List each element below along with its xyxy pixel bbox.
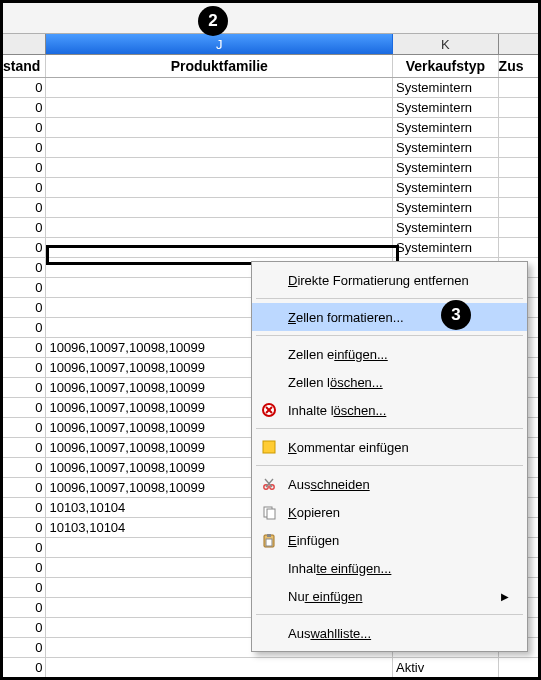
svg-rect-9: [267, 509, 275, 519]
menu-remove-direct-formatting[interactable]: Direkte Formatierung entfernen: [252, 266, 527, 294]
table-row: 0Systemintern: [3, 178, 538, 198]
cell-stand[interactable]: 0: [3, 318, 46, 337]
cell-stand[interactable]: 0: [3, 558, 46, 577]
colhdr-l[interactable]: [499, 34, 538, 54]
cell-stand[interactable]: 0: [3, 198, 46, 217]
cell-verkaufstyp[interactable]: Systemintern: [393, 178, 498, 197]
menu-paste-only[interactable]: Nur einfügen ▶: [252, 582, 527, 610]
cell-stand[interactable]: 0: [3, 538, 46, 557]
cell-stand[interactable]: 0: [3, 478, 46, 497]
menu-delete-contents[interactable]: Inhalte löschen...: [252, 396, 527, 424]
header-produktfamilie[interactable]: Produktfamilie: [46, 55, 393, 77]
cell-stand[interactable]: 0: [3, 78, 46, 97]
table-row: 0Systemintern: [3, 198, 538, 218]
cell-stand[interactable]: 0: [3, 358, 46, 377]
menu-label: Zellen formatieren...: [288, 310, 509, 325]
cell-zus[interactable]: [499, 178, 538, 197]
cell-produktfamilie[interactable]: [46, 158, 393, 177]
cell-stand[interactable]: 0: [3, 338, 46, 357]
cell-verkaufstyp[interactable]: Systemintern: [393, 138, 498, 157]
cell-stand[interactable]: 0: [3, 158, 46, 177]
cell-stand[interactable]: 0: [3, 238, 46, 257]
table-row: 0Systemintern: [3, 118, 538, 138]
cell-verkaufstyp[interactable]: Systemintern: [393, 78, 498, 97]
menu-label: Direkte Formatierung entfernen: [288, 273, 509, 288]
cell-verkaufstyp[interactable]: Systemintern: [393, 98, 498, 117]
cell-zus[interactable]: [499, 98, 538, 117]
cell-zus[interactable]: [499, 658, 538, 677]
menu-cut[interactable]: Ausschneiden: [252, 470, 527, 498]
paste-icon: [260, 531, 278, 549]
cell-verkaufstyp[interactable]: Systemintern: [393, 218, 498, 237]
menu-delete-cells[interactable]: Zellen löschen...: [252, 368, 527, 396]
table-row: 0Aktiv: [3, 658, 538, 678]
cell-stand[interactable]: 0: [3, 578, 46, 597]
cell-zus[interactable]: [499, 238, 538, 257]
menu-separator: [256, 465, 523, 466]
menu-insert-comment[interactable]: Kommentar einfügen: [252, 433, 527, 461]
cell-zus[interactable]: [499, 218, 538, 237]
cell-stand[interactable]: 0: [3, 398, 46, 417]
cell-stand[interactable]: 0: [3, 118, 46, 137]
cell-zus[interactable]: [499, 138, 538, 157]
cell-verkaufstyp[interactable]: Systemintern: [393, 158, 498, 177]
menu-copy[interactable]: Kopieren: [252, 498, 527, 526]
cell-stand[interactable]: 0: [3, 98, 46, 117]
cell-verkaufstyp[interactable]: Aktiv: [393, 658, 498, 677]
cell-zus[interactable]: [499, 158, 538, 177]
cell-produktfamilie[interactable]: [46, 198, 393, 217]
cell-stand[interactable]: 0: [3, 138, 46, 157]
header-zus[interactable]: Zus: [499, 55, 538, 77]
blank-icon: [260, 587, 278, 605]
menu-selection-list[interactable]: Auswahlliste...: [252, 619, 527, 647]
cell-produktfamilie[interactable]: [46, 238, 393, 257]
submenu-arrow-icon: ▶: [501, 591, 509, 602]
cell-stand[interactable]: 0: [3, 598, 46, 617]
cell-produktfamilie[interactable]: [46, 658, 393, 677]
cell-stand[interactable]: 0: [3, 618, 46, 637]
menu-separator: [256, 335, 523, 336]
menu-format-cells[interactable]: Zellen formatieren...: [252, 303, 527, 331]
menu-insert-cells[interactable]: Zellen einfügen...: [252, 340, 527, 368]
cell-verkaufstyp[interactable]: Systemintern: [393, 118, 498, 137]
colhdr-k[interactable]: K: [393, 34, 498, 54]
cell-stand[interactable]: 0: [3, 498, 46, 517]
cell-zus[interactable]: [499, 198, 538, 217]
cell-zus[interactable]: [499, 118, 538, 137]
svg-rect-11: [267, 534, 271, 537]
cell-produktfamilie[interactable]: [46, 78, 393, 97]
cell-produktfamilie[interactable]: [46, 178, 393, 197]
cell-produktfamilie[interactable]: [46, 98, 393, 117]
cell-produktfamilie[interactable]: [46, 118, 393, 137]
cell-stand[interactable]: 0: [3, 658, 46, 677]
cell-stand[interactable]: 0: [3, 458, 46, 477]
cell-stand[interactable]: 0: [3, 258, 46, 277]
cell-stand[interactable]: 0: [3, 418, 46, 437]
cell-stand[interactable]: 0: [3, 178, 46, 197]
cell-verkaufstyp[interactable]: Systemintern: [393, 198, 498, 217]
colhdr-i[interactable]: [3, 34, 46, 54]
cell-stand[interactable]: 0: [3, 638, 46, 657]
cell-stand[interactable]: 0: [3, 298, 46, 317]
menu-label: Auswahlliste...: [288, 626, 509, 641]
header-verkaufstyp[interactable]: Verkaufstyp: [393, 55, 498, 77]
cell-produktfamilie[interactable]: [46, 218, 393, 237]
table-row: 0Systemintern: [3, 138, 538, 158]
cell-zus[interactable]: [499, 78, 538, 97]
cell-stand[interactable]: 0: [3, 518, 46, 537]
column-letter-row: J K: [3, 34, 538, 55]
cell-stand[interactable]: 0: [3, 278, 46, 297]
table-row: 0Systemintern: [3, 238, 538, 258]
cell-stand[interactable]: 0: [3, 378, 46, 397]
cell-verkaufstyp[interactable]: Systemintern: [393, 238, 498, 257]
cell-stand[interactable]: 0: [3, 218, 46, 237]
header-stand[interactable]: stand: [3, 55, 46, 77]
annotation-badge-3: 3: [441, 300, 471, 330]
cell-stand[interactable]: 0: [3, 438, 46, 457]
menu-paste[interactable]: Einfügen: [252, 526, 527, 554]
menu-paste-special[interactable]: Inhalte einfügen...: [252, 554, 527, 582]
annotation-badge-2: 2: [198, 6, 228, 36]
cell-produktfamilie[interactable]: [46, 138, 393, 157]
colhdr-j[interactable]: J: [46, 34, 393, 54]
menu-label: Inhalte löschen...: [288, 403, 509, 418]
